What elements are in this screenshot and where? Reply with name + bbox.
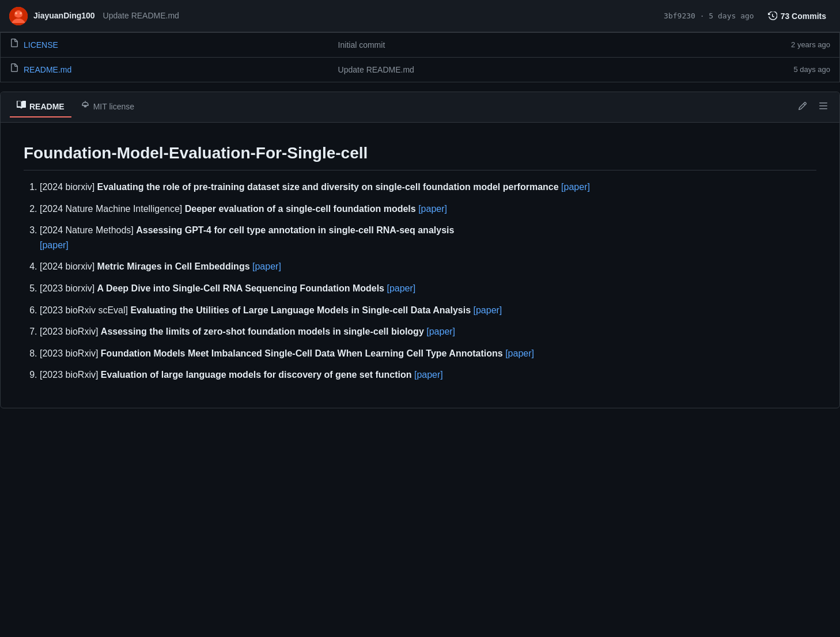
book-icon <box>17 100 26 113</box>
file-name-readme[interactable]: README.md <box>10 63 338 76</box>
item-prefix: [2023 bioRxiv] <box>40 348 101 358</box>
commits-count-label: 73 Commits <box>781 12 826 21</box>
svg-point-2 <box>15 12 17 14</box>
toc-button[interactable] <box>816 99 830 115</box>
commit-hash[interactable]: 3bf9230 · 5 days ago <box>664 10 754 22</box>
paper-link[interactable]: [paper] <box>387 283 415 293</box>
tab-license-label: MIT license <box>93 101 134 113</box>
item-bold: Evaluating the Utilities of Large Langua… <box>130 305 471 315</box>
item-prefix: [2023 bioRxiv scEval] <box>40 305 130 315</box>
paper-link[interactable]: [paper] <box>418 204 447 214</box>
item-prefix: [2023 biorxiv] <box>40 283 97 293</box>
item-prefix: [2024 Nature Methods] <box>40 225 136 235</box>
readme-content: Foundation-Model-Evaluation-For-Single-c… <box>1 123 839 408</box>
svg-point-3 <box>20 12 22 14</box>
paper-link[interactable]: [paper] <box>252 261 281 271</box>
paper-link[interactable]: [paper] <box>561 182 590 192</box>
list-item: [2023 bioRxiv] Evaluation of large langu… <box>40 367 816 382</box>
readme-tabs: README MIT license <box>10 97 141 117</box>
list-item: [2024 biorxiv] Metric Mirages in Cell Em… <box>40 259 816 274</box>
file-name-license[interactable]: LICENSE <box>10 39 338 51</box>
license-time: 2 years ago <box>666 39 830 51</box>
table-row: README.md Update README.md 5 days ago <box>1 58 839 82</box>
item-prefix: [2024 biorxiv] <box>40 182 97 192</box>
item-bold: A Deep Dive into Single-Cell RNA Sequenc… <box>97 283 384 293</box>
readme-list: [2024 biorxiv] Evaluating the role of pr… <box>24 180 816 382</box>
readme-time: 5 days ago <box>666 64 830 75</box>
paper-link[interactable]: [paper] <box>505 348 534 358</box>
table-row: LICENSE Initial commit 2 years ago <box>1 33 839 58</box>
commits-button[interactable]: 73 Commits <box>763 9 831 23</box>
list-item: [2024 Nature Machine Intelligence] Deepe… <box>40 202 816 217</box>
tab-license[interactable]: MIT license <box>74 97 141 117</box>
readme-title: Foundation-Model-Evaluation-For-Single-c… <box>24 141 816 170</box>
file-list: LICENSE Initial commit 2 years ago READM… <box>0 32 840 82</box>
readme-filename: README.md <box>24 64 71 76</box>
license-filename: LICENSE <box>24 39 58 51</box>
header-right: 3bf9230 · 5 days ago 73 Commits <box>664 9 831 23</box>
item-prefix: [2024 biorxiv] <box>40 261 97 271</box>
list-item: [2023 bioRxiv scEval] Evaluating the Uti… <box>40 303 816 318</box>
item-bold: Evaluation of large language models for … <box>101 370 412 380</box>
balance-icon <box>81 100 90 113</box>
list-item: [2024 Nature Methods] Assessing GPT-4 fo… <box>40 223 816 252</box>
paper-link[interactable]: [paper] <box>40 240 69 250</box>
commit-message: Update README.md <box>103 10 179 22</box>
item-bold: Assessing the limits of zero-shot founda… <box>101 327 424 336</box>
file-icon <box>10 39 19 51</box>
paper-link[interactable]: [paper] <box>474 305 502 315</box>
file-icon <box>10 63 19 76</box>
license-commit-msg: Initial commit <box>338 39 667 51</box>
username[interactable]: JiayuanDing100 <box>33 10 95 22</box>
item-bold: Foundation Models Meet Imbalanced Single… <box>101 348 503 358</box>
readme-header: README MIT license <box>1 92 839 123</box>
tab-readme-label: README <box>29 101 65 113</box>
item-prefix: [2024 Nature Machine Intelligence] <box>40 204 185 214</box>
header-left: JiayuanDing100 Update README.md <box>9 7 179 25</box>
item-bold: Metric Mirages in Cell Embeddings <box>97 261 250 271</box>
list-item: [2024 biorxiv] Evaluating the role of pr… <box>40 180 816 195</box>
item-prefix: [2023 bioRxiv] <box>40 327 101 336</box>
list-item: [2023 bioRxiv] Foundation Models Meet Im… <box>40 346 816 361</box>
history-icon <box>768 12 777 21</box>
avatar <box>9 7 28 25</box>
paper-link[interactable]: [paper] <box>414 370 443 380</box>
item-bold: Deeper evaluation of a single-cell found… <box>185 204 416 214</box>
readme-actions <box>796 99 830 115</box>
paper-link[interactable]: [paper] <box>426 327 455 336</box>
list-item: [2023 bioRxiv] Assessing the limits of z… <box>40 324 816 339</box>
item-bold: Evaluating the role of pre-training data… <box>97 182 559 192</box>
list-item: [2023 biorxiv] A Deep Dive into Single-C… <box>40 281 816 296</box>
readme-commit-msg: Update README.md <box>338 64 667 76</box>
tab-readme[interactable]: README <box>10 97 71 117</box>
edit-button[interactable] <box>796 99 809 115</box>
item-prefix: [2023 bioRxiv] <box>40 370 101 380</box>
repo-header: JiayuanDing100 Update README.md 3bf9230 … <box>0 0 840 32</box>
item-bold: Assessing GPT-4 for cell type annotation… <box>136 225 454 235</box>
readme-section: README MIT license <box>0 92 840 408</box>
